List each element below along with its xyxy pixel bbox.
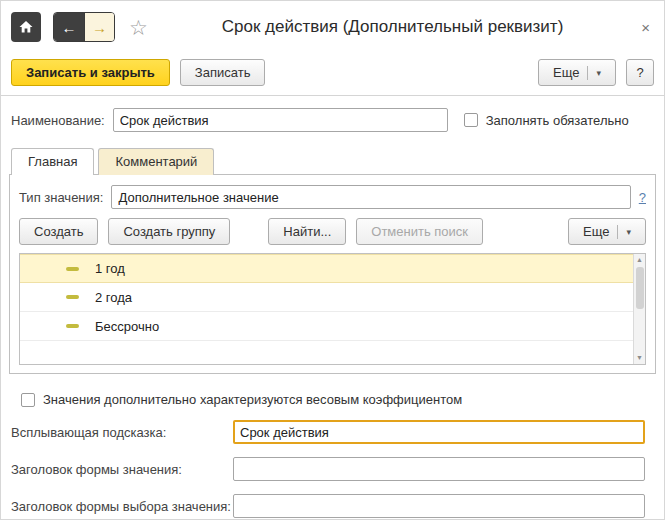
tooltip-row: Всплывающая подсказка: xyxy=(1,420,664,444)
tooltip-input[interactable] xyxy=(233,420,645,444)
list-item-label: 1 год xyxy=(95,261,125,276)
list-item[interactable]: 1 год xyxy=(20,254,633,283)
choice-form-title-input[interactable] xyxy=(233,494,645,518)
value-form-title-row: Заголовок формы значения: xyxy=(1,457,664,481)
scroll-up-icon[interactable]: ▲ xyxy=(634,254,645,266)
attribute-editor-window: ← → ☆ Срок действия (Дополнительный рекв… xyxy=(0,0,665,520)
button-separator xyxy=(617,225,618,239)
save-button[interactable]: Записать xyxy=(180,59,266,86)
window-title: Срок действия (Дополнительный реквизит) xyxy=(148,17,637,37)
tab-main[interactable]: Главная xyxy=(11,148,94,175)
more-actions-label: Еще xyxy=(553,65,579,80)
weight-coefficient-checkbox[interactable] xyxy=(21,393,35,407)
history-nav-group: ← → xyxy=(53,12,115,42)
choice-form-title-row: Заголовок формы выбора значения: xyxy=(1,494,664,518)
value-type-label: Тип значения: xyxy=(19,190,103,205)
chevron-down-icon: ▾ xyxy=(626,227,631,237)
required-checkbox-label: Заполнять обязательно xyxy=(486,113,629,128)
list-item[interactable]: 2 года xyxy=(20,283,633,312)
save-and-close-button[interactable]: Записать и закрыть xyxy=(11,59,170,86)
value-type-input[interactable] xyxy=(111,185,630,209)
forward-button[interactable]: → xyxy=(84,13,114,41)
list-item[interactable]: Бессрочно xyxy=(20,312,633,341)
back-arrow-icon: ← xyxy=(62,19,77,36)
value-item-icon xyxy=(66,267,79,271)
chevron-down-icon: ▾ xyxy=(596,68,601,78)
list-scrollbar[interactable]: ▲ ▼ xyxy=(633,254,645,364)
value-item-icon xyxy=(66,295,79,299)
home-button[interactable] xyxy=(11,12,41,42)
name-input[interactable] xyxy=(113,108,448,132)
forward-arrow-icon: → xyxy=(92,19,107,36)
find-button[interactable]: Найти... xyxy=(268,218,346,245)
list-toolbar: Создать Создать группу Найти... Отменить… xyxy=(19,218,646,245)
scroll-down-icon[interactable]: ▼ xyxy=(634,352,645,364)
name-row: Наименование: Заполнять обязательно xyxy=(1,108,664,132)
list-more-button[interactable]: Еще ▾ xyxy=(568,218,646,245)
scrollbar-thumb[interactable] xyxy=(636,267,644,309)
value-type-help-link[interactable]: ? xyxy=(639,190,646,205)
window-header: ← → ☆ Срок действия (Дополнительный рекв… xyxy=(1,1,664,53)
create-button[interactable]: Создать xyxy=(19,218,98,245)
command-toolbar: Записать и закрыть Записать Еще ▾ ? xyxy=(1,53,664,96)
cancel-search-button[interactable]: Отменить поиск xyxy=(356,218,483,245)
value-form-title-label: Заголовок формы значения: xyxy=(11,462,233,477)
button-separator xyxy=(587,66,588,80)
create-group-button[interactable]: Создать группу xyxy=(108,218,230,245)
help-button[interactable]: ? xyxy=(626,59,654,86)
tab-comment[interactable]: Комментарий xyxy=(98,148,214,175)
list-item-label: Бессрочно xyxy=(95,319,159,334)
weight-coefficient-label: Значения дополнительно характеризуются в… xyxy=(43,392,462,407)
tooltip-label: Всплывающая подсказка: xyxy=(11,425,233,440)
main-tab-panel: Тип значения: ? Создать Создать группу Н… xyxy=(9,174,656,374)
tab-bar: Главная Комментарий xyxy=(11,148,656,175)
value-item-icon xyxy=(66,324,79,328)
value-form-title-input[interactable] xyxy=(233,457,645,481)
list-item-label: 2 года xyxy=(95,290,132,305)
home-icon xyxy=(18,19,34,35)
list-more-label: Еще xyxy=(583,224,609,239)
values-list: 1 год 2 года Бессрочно ▲ ▼ xyxy=(19,253,646,365)
more-actions-button[interactable]: Еще ▾ xyxy=(538,59,616,86)
favorites-star-icon[interactable]: ☆ xyxy=(129,17,148,38)
close-icon[interactable]: × xyxy=(637,17,654,38)
name-label: Наименование: xyxy=(11,113,105,128)
back-button[interactable]: ← xyxy=(54,13,84,41)
value-type-row: Тип значения: ? xyxy=(19,185,646,209)
choice-form-title-label: Заголовок формы выбора значения: xyxy=(11,499,233,514)
required-checkbox[interactable] xyxy=(464,113,478,127)
weight-coefficient-row: Значения дополнительно характеризуются в… xyxy=(1,392,664,407)
